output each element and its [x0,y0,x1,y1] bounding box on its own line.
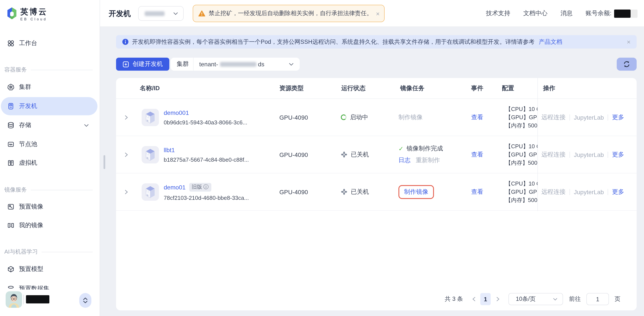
status-cell: 启动中 [341,99,368,136]
redacted-dropdown-value [145,11,164,16]
instance-name-link[interactable]: llbt1 [164,146,175,153]
sidebar-scrollbar[interactable] [104,155,105,169]
starting-spinner-icon [341,114,346,120]
sidebar-item-vm[interactable]: 虚拟机 [0,157,100,169]
check-icon: ✓ [398,145,404,152]
col-header-name: 名称/ID [140,78,160,99]
page-title: 开发机 [109,0,131,27]
make-image-disabled: 制作镜像 [398,113,423,121]
status-cell: 已关机 [341,136,369,173]
jupyterlab-link[interactable]: JupyterLab [574,114,604,121]
expand-row-icon[interactable] [124,173,128,210]
config-memory: 【内存】500 [506,122,537,129]
jupyterlab-link[interactable]: JupyterLab [574,188,604,195]
my-image-icon [7,222,14,229]
name-cell: demo01 旧版ⓘ 78cf2103-210d-4680-bbe8-33ca.… [164,173,249,210]
avatar[interactable] [6,291,22,308]
warning-icon [198,10,205,17]
sidebar-item-label: 我的镜像 [19,221,43,229]
page-number-button[interactable]: 1 [480,293,491,305]
more-actions-link[interactable]: 更多 [612,188,624,196]
next-page-button[interactable] [496,293,500,305]
goto-page-input[interactable] [586,293,609,305]
image-icon [7,203,14,210]
nav-messages[interactable]: 消息 [560,10,572,17]
actions-cell: 远程连接 JupyterLab 更多 [541,136,624,173]
legacy-badge: 旧版ⓘ [189,183,211,191]
event-cell: 查看 [471,99,483,136]
page-size-select[interactable]: 10条/页 [508,293,563,305]
total-count: 共 3 条 [445,293,463,305]
close-icon[interactable]: × [627,39,630,45]
view-events-link[interactable]: 查看 [471,188,483,196]
brand-logo: 英博云 EB Cloud [6,7,48,21]
remote-connect-link[interactable]: 远程连接 [541,113,566,121]
section-label: 镜像服务 [4,186,27,194]
cluster-label: 集群 [171,60,193,68]
more-actions-link[interactable]: 更多 [612,113,624,121]
divider [608,189,608,195]
brand-tagline: EB Cloud [20,17,48,21]
sidebar-item-preset-models[interactable]: 预置模型 [0,263,100,275]
instance-name-link[interactable]: demo001 [164,109,189,116]
refresh-button[interactable] [617,58,637,71]
image-task-log-link[interactable]: 日志 [398,156,410,164]
sidebar-item-devmachine[interactable]: 开发机 [1,97,98,115]
nav-docs-center[interactable]: 文档中心 [523,10,548,17]
brand-logo-icon [6,7,17,20]
more-actions-link[interactable]: 更多 [612,151,624,158]
prev-page-button[interactable] [472,293,476,305]
expand-row-icon[interactable] [124,99,128,136]
jupyterlab-link[interactable]: JupyterLab [574,151,604,158]
sidebar-item-nodepool[interactable]: 节点池 [0,138,100,150]
cluster-value-prefix: tenant- [199,61,218,68]
image-task-cell: 制作镜像 [398,173,434,210]
goto-label: 前往 [569,293,581,305]
chevron-down-icon [84,124,89,127]
sidebar-user-bar [0,289,100,316]
header-dropdown[interactable] [138,6,184,21]
sidebar-item-workbench[interactable]: 工作台 [0,37,100,50]
page-size-value: 10条/页 [516,295,536,303]
remote-connect-link[interactable]: 远程连接 [541,188,566,196]
image-task-remake-link[interactable]: 重新制作 [416,156,440,164]
table-header: 名称/ID 资源类型 运行状态 镜像任务 事件 配置 操作 [116,78,637,99]
nodepool-icon [7,141,14,148]
redacted-balance [614,9,630,18]
event-cell: 查看 [471,173,483,210]
user-switch-button[interactable] [79,293,92,308]
col-header-status: 运行状态 [341,78,366,99]
cluster-filter: 集群 tenant-ds [171,58,300,71]
config-cpu: 【CPU】10 C [506,105,538,113]
config-gpu: 【GPU】GPU [506,113,538,121]
divider [570,114,570,120]
sidebar-item-cluster[interactable]: 集群 [0,81,100,93]
page-unit-label: 页 [614,293,620,305]
instance-name-link[interactable]: demo01 [164,184,186,190]
config-memory: 【内存】500 [506,159,537,167]
cluster-select[interactable]: tenant-ds [194,61,300,68]
nav-tech-support[interactable]: 技术支持 [486,10,510,17]
view-events-link[interactable]: 查看 [471,113,483,121]
close-icon[interactable]: × [376,10,380,17]
view-events-link[interactable]: 查看 [471,151,483,158]
vm-icon [7,160,14,166]
expand-row-icon[interactable] [124,136,128,173]
product-doc-link[interactable]: 产品文档 [539,38,562,46]
make-image-link-highlighted[interactable]: 制作镜像 [398,185,434,199]
cube-icon [7,266,14,273]
config-cpu: 【CPU】10 C [506,142,538,150]
sidebar-item-my-images[interactable]: 我的镜像 [0,219,100,231]
config-memory: 【内存】500 [506,196,537,204]
database-icon [7,122,14,129]
col-header-actions: 操作 [543,78,555,99]
plus-square-icon [122,61,129,67]
name-cell: demo001 0b96dc91-5943-40a3-8066-3c6... [164,99,247,136]
remote-connect-link[interactable]: 远程连接 [541,151,566,158]
instance-id: 78cf2103-210d-4680-bbe8-33ca... [164,194,249,201]
sidebar-item-storage[interactable]: 存储 [0,119,100,131]
col-header-type: 资源类型 [279,78,304,99]
sidebar-item-preset-images[interactable]: 预置镜像 [0,201,100,213]
create-devmachine-button[interactable]: 创建开发机 [116,58,169,71]
redacted-cluster-name [220,62,256,67]
